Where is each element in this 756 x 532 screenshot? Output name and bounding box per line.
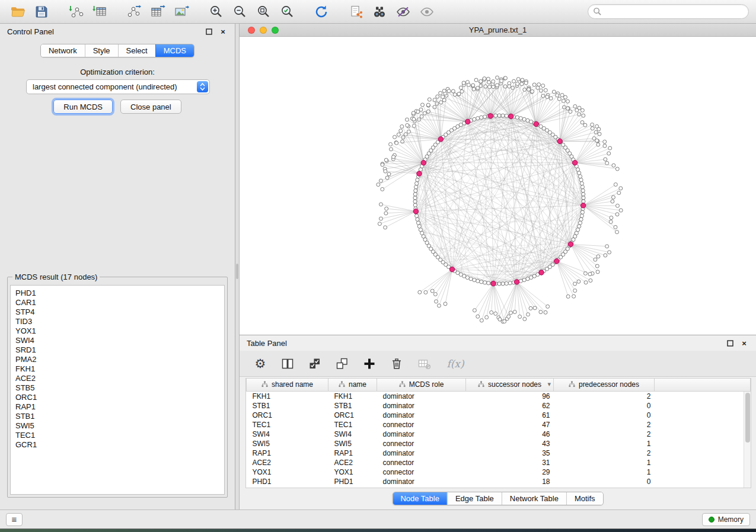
optimization-criterion-label: Optimization criterion: — [0, 68, 235, 76]
tab-network-table[interactable]: Network Table — [502, 492, 566, 505]
mcds-result-item[interactable]: ACE2 — [15, 374, 219, 383]
table-header-row: shared name name MCDS role successor nod… — [247, 379, 751, 391]
hide-selected-button[interactable] — [393, 2, 414, 21]
network-graph[interactable] — [240, 37, 756, 335]
show-all-button[interactable] — [416, 2, 438, 21]
table-row[interactable]: ORC1ORC1dominator610 — [247, 411, 751, 420]
chevron-down-icon[interactable]: ▾ — [547, 380, 551, 388]
memory-button[interactable]: Memory — [702, 513, 750, 526]
table-row[interactable]: STB1STB1dominator620 — [247, 401, 751, 411]
select-all-icon — [308, 357, 322, 371]
save-session-button[interactable] — [31, 2, 52, 21]
table-settings-button[interactable]: ⚙ — [253, 356, 268, 371]
table-scrollbar[interactable] — [744, 392, 751, 488]
memory-status-icon — [709, 517, 714, 523]
close-panel-button[interactable]: Close panel — [120, 100, 181, 114]
tab-motifs[interactable]: Motifs — [566, 492, 603, 505]
find-button[interactable] — [369, 2, 390, 21]
cytoscape-window: Control Panel × Network Style Select MCD… — [0, 0, 756, 529]
search-input[interactable] — [605, 7, 744, 16]
table-row[interactable]: ACE2ACE2connector311 — [247, 458, 751, 467]
maximize-window-icon[interactable] — [272, 27, 279, 34]
mcds-result-item[interactable]: SRD1 — [15, 345, 219, 355]
mcds-result-item[interactable]: SWI5 — [15, 421, 219, 431]
float-table-panel-icon[interactable] — [725, 338, 735, 348]
table-row[interactable]: SWI4SWI4dominator462 — [247, 430, 751, 439]
v-splitter[interactable] — [235, 24, 240, 509]
col-shared-name[interactable]: shared name — [247, 379, 328, 391]
control-panel: Control Panel × Network Style Select MCD… — [0, 24, 235, 509]
zoom-selected-button[interactable] — [276, 2, 298, 21]
export-image-button[interactable] — [171, 2, 192, 21]
select-all-rows-button[interactable] — [307, 356, 323, 371]
table-scrollbar-thumb[interactable] — [745, 393, 750, 443]
open-session-button[interactable] — [7, 2, 28, 21]
import-table-button[interactable] — [89, 2, 110, 21]
show-columns-button[interactable] — [280, 356, 295, 371]
col-successor-nodes[interactable]: successor nodes▾ — [466, 379, 554, 391]
close-window-icon[interactable] — [248, 27, 255, 34]
criterion-select[interactable]: largest connected component (undirected) — [26, 79, 210, 94]
apply-layout-button[interactable] — [311, 2, 332, 21]
node-table-container: shared name name MCDS role successor nod… — [245, 378, 751, 488]
table-row[interactable]: YOX1YOX1connector291 — [247, 467, 751, 477]
table-row[interactable]: PHD1PHD1dominator180 — [247, 477, 751, 486]
attribute-icon — [478, 381, 484, 387]
mcds-result-item[interactable]: PHD1 — [15, 289, 219, 298]
zoom-in-button[interactable] — [205, 2, 227, 21]
table-row[interactable]: TEC1TEC1connector472 — [247, 420, 751, 430]
network-canvas[interactable] — [240, 37, 756, 335]
tab-edge-table[interactable]: Edge Table — [447, 492, 502, 505]
zoom-out-button[interactable] — [229, 2, 250, 21]
mcds-result-item[interactable]: PMA2 — [15, 355, 219, 364]
mcds-result-item[interactable]: ORC1 — [15, 393, 219, 402]
table-row[interactable]: RAP1RAP1dominator352 — [247, 448, 751, 458]
import-network-button[interactable] — [65, 2, 87, 21]
table-panel-titlebar: Table Panel × — [240, 335, 756, 351]
export-network-icon — [126, 4, 142, 20]
col-predecessor-nodes[interactable]: predecessor nodes — [554, 379, 655, 391]
export-table-button[interactable] — [147, 2, 168, 21]
criterion-selected-value: largest connected component (undirected) — [33, 82, 177, 91]
mcds-result-item[interactable]: RAP1 — [15, 402, 219, 412]
tab-style[interactable]: Style — [85, 44, 118, 57]
mcds-result-item[interactable]: TID3 — [15, 317, 219, 326]
delete-column-button[interactable] — [389, 356, 404, 371]
col-mcds-role[interactable]: MCDS role — [377, 379, 466, 391]
tab-node-table[interactable]: Node Table — [393, 492, 447, 505]
mcds-result-item[interactable]: FKH1 — [15, 364, 219, 374]
task-history-button[interactable]: ≡ — [6, 513, 23, 526]
mcds-result-item[interactable]: TEC1 — [15, 431, 219, 440]
export-network-button[interactable] — [123, 2, 145, 21]
close-table-panel-icon[interactable]: × — [739, 338, 749, 348]
attribute-icon — [339, 381, 345, 387]
mcds-result-item[interactable]: CAR1 — [15, 298, 219, 307]
save-icon — [34, 5, 49, 19]
network-from-selection-button[interactable] — [345, 2, 366, 21]
mcds-result-item[interactable]: YOX1 — [15, 326, 219, 336]
minimize-window-icon[interactable] — [260, 27, 267, 34]
add-column-button[interactable] — [362, 356, 377, 371]
table-row[interactable]: SWI5SWI5connector431 — [247, 439, 751, 448]
float-panel-icon[interactable] — [204, 27, 213, 36]
run-mcds-button[interactable]: Run MCDS — [53, 100, 113, 114]
tab-network[interactable]: Network — [41, 44, 85, 57]
attribute-icon — [569, 381, 575, 387]
deselect-all-icon — [335, 357, 349, 371]
mcds-result-item[interactable]: SWI4 — [15, 336, 219, 345]
splitter-grip[interactable] — [236, 264, 238, 279]
mcds-result-item[interactable]: STB1 — [15, 412, 219, 421]
deselect-all-rows-button[interactable] — [334, 356, 350, 371]
col-name[interactable]: name — [328, 379, 377, 391]
tab-mcds[interactable]: MCDS — [155, 44, 194, 57]
mcds-result-item[interactable]: STP4 — [15, 307, 219, 317]
mcds-result-item[interactable]: STB5 — [15, 383, 219, 393]
mcds-result-item[interactable]: GCR1 — [15, 440, 219, 450]
select-stepper-icon — [197, 81, 208, 92]
eye-slash-icon — [395, 4, 411, 20]
close-panel-icon[interactable]: × — [218, 27, 228, 36]
tab-select[interactable]: Select — [118, 44, 155, 57]
table-row[interactable]: FKH1FKH1dominator962 — [247, 391, 751, 401]
mcds-result-list[interactable]: PHD1CAR1STP4TID3YOX1SWI4SRD1PMA2FKH1ACE2… — [10, 285, 225, 495]
zoom-fit-button[interactable] — [253, 2, 274, 21]
